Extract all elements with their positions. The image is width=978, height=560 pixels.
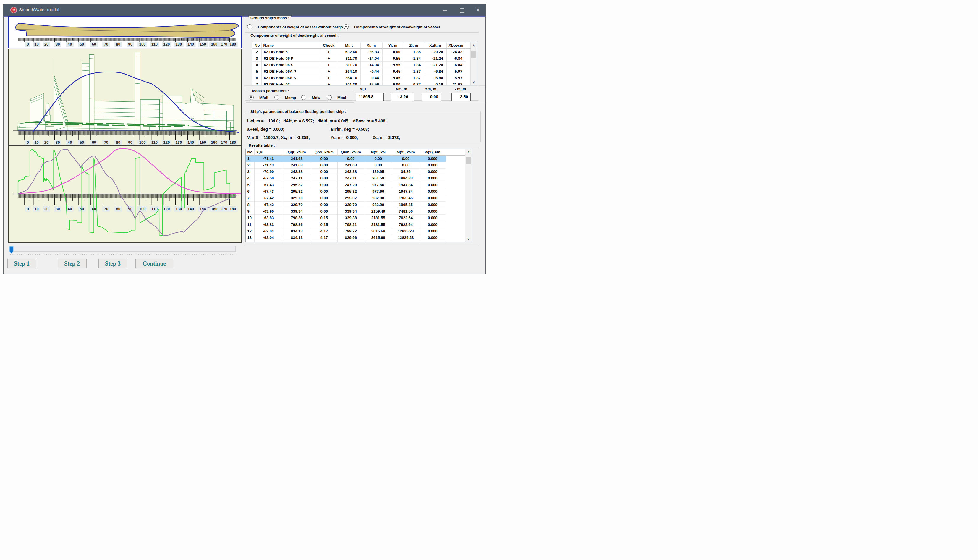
svg-text:100: 100 [139,42,146,47]
svg-text:60: 60 [92,42,96,47]
svg-text:170: 170 [221,140,227,145]
svg-text:180: 180 [230,42,236,47]
svg-text:80: 80 [116,207,120,211]
svg-text:10: 10 [34,42,38,47]
svg-text:110: 110 [152,42,158,47]
svg-text:30: 30 [56,140,60,145]
svg-text:130: 130 [175,140,182,145]
svg-text:40: 40 [68,140,72,145]
svg-text:160: 160 [211,42,218,47]
svg-text:120: 120 [163,140,170,145]
svg-text:20: 20 [44,140,48,145]
svg-text:30: 30 [56,42,60,47]
svg-text:100: 100 [139,140,146,145]
svg-text:150: 150 [200,140,206,145]
svg-text:90: 90 [128,140,132,145]
svg-text:20: 20 [44,42,48,47]
svg-text:170: 170 [221,207,227,211]
svg-text:40: 40 [68,207,72,211]
svg-text:50: 50 [80,42,84,47]
svg-text:110: 110 [152,207,158,211]
svg-text:10: 10 [34,207,38,211]
svg-text:130: 130 [175,207,182,211]
svg-text:160: 160 [211,140,218,145]
svg-text:20: 20 [44,207,48,211]
svg-text:70: 70 [104,42,108,47]
svg-text:50: 50 [80,140,84,145]
svg-text:140: 140 [187,140,194,145]
svg-text:30: 30 [56,207,60,211]
svg-text:110: 110 [152,140,158,145]
svg-text:60: 60 [92,140,96,145]
svg-text:150: 150 [200,42,206,47]
svg-text:120: 120 [163,207,170,211]
svg-text:70: 70 [104,207,108,211]
svg-text:0: 0 [27,207,29,211]
svg-text:120: 120 [163,42,170,47]
svg-text:170: 170 [221,42,227,47]
svg-text:10: 10 [34,140,38,145]
svg-text:160: 160 [211,207,218,211]
svg-text:40: 40 [68,42,72,47]
svg-text:0: 0 [27,42,29,47]
svg-text:70: 70 [104,140,108,145]
svg-text:130: 130 [175,42,182,47]
svg-text:80: 80 [116,140,120,145]
svg-text:180: 180 [230,207,236,211]
svg-text:0: 0 [27,140,29,145]
svg-text:80: 80 [116,42,120,47]
svg-text:140: 140 [187,42,194,47]
svg-text:90: 90 [128,42,132,47]
svg-text:140: 140 [187,207,194,211]
svg-text:180: 180 [230,140,236,145]
